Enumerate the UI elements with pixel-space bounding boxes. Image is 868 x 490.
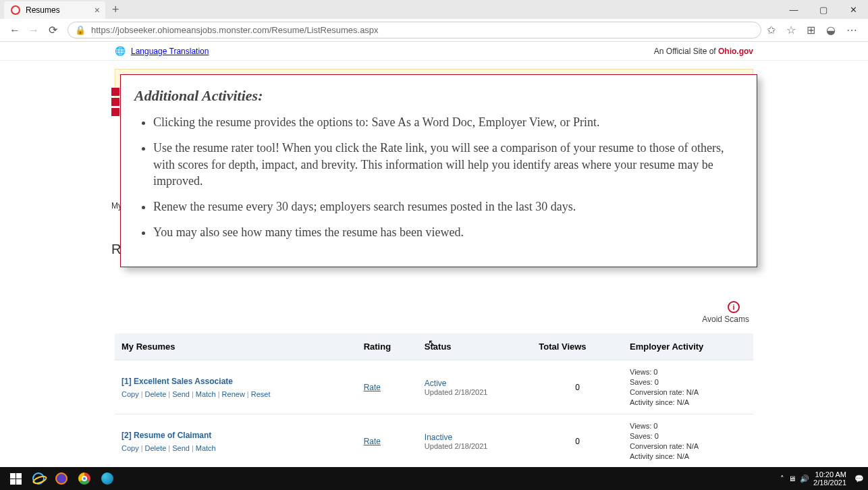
avoid-scams-link[interactable]: Avoid Scams: [702, 315, 749, 324]
collections-icon[interactable]: ⊞: [807, 24, 815, 36]
url-text: https://jobseeker.ohiomeansjobs.monster.…: [91, 25, 379, 35]
firefox-taskbar-icon[interactable]: [50, 468, 73, 489]
window-controls: — ▢ ✕: [779, 0, 868, 19]
maximize-button[interactable]: ▢: [809, 0, 838, 19]
avoid-scams-area: i Avoid Scams: [115, 301, 753, 324]
ie-taskbar-icon[interactable]: [27, 468, 50, 489]
resume-action-delete[interactable]: Delete: [145, 390, 167, 398]
taskbar-clock[interactable]: 10:20 AM 2/18/2021: [813, 470, 850, 487]
resume-status[interactable]: Inactive: [425, 433, 525, 442]
resume-action-copy[interactable]: Copy: [121, 390, 139, 398]
logo-fragment: [111, 88, 119, 118]
official-site-prefix: An Official Site of: [654, 47, 718, 56]
new-tab-button[interactable]: +: [112, 3, 119, 17]
resume-title-link[interactable]: [2] Resume of Claimant: [121, 431, 350, 440]
overlay-title: Additional Activities:: [134, 87, 743, 105]
overlay-bullet: Renew the resume every 30 days; employer…: [153, 198, 743, 215]
tab-close-button[interactable]: ×: [94, 5, 100, 16]
more-menu-icon[interactable]: ⋯: [846, 24, 857, 36]
resume-action-links: Copy|Delete|Send|Match: [121, 444, 350, 452]
url-input[interactable]: 🔒 https://jobseeker.ohiomeansjobs.monste…: [67, 22, 761, 38]
col-my-resumes: My Resumes: [115, 333, 357, 360]
browser-tab[interactable]: Resumes ×: [4, 1, 105, 19]
clock-time: 10:20 AM: [813, 470, 846, 479]
table-row: [2] Resume of ClaimantCopy|Delete|Send|M…: [115, 414, 753, 467]
address-bar-row: ← → ⟳ 🔒 https://jobseeker.ohiomeansjobs.…: [0, 19, 868, 42]
info-icon[interactable]: i: [728, 301, 740, 313]
separator: |: [218, 390, 220, 398]
tray-volume-icon[interactable]: 🔊: [800, 474, 809, 483]
reload-button[interactable]: ⟳: [43, 21, 62, 40]
col-employer-activity: Employer Activity: [623, 333, 753, 360]
separator: |: [168, 444, 170, 452]
utility-bar: 🌐 Language Translation An Official Site …: [0, 42, 868, 61]
separator: |: [192, 444, 194, 452]
favorites-icon[interactable]: ☆: [786, 24, 796, 36]
separator: |: [247, 390, 249, 398]
resume-action-send[interactable]: Send: [172, 390, 190, 398]
table-row: [1] Excellent Sales AssociateCopy|Delete…: [115, 360, 753, 414]
rate-link[interactable]: Rate: [364, 437, 381, 446]
ohio-gov-badge[interactable]: An Official Site of Ohio.gov: [654, 47, 753, 56]
tab-title: Resumes: [26, 5, 60, 15]
ohio-gov-brand: Ohio.gov: [718, 47, 753, 56]
browser-tab-strip: Resumes × + — ▢ ✕: [0, 0, 868, 19]
resume-action-send[interactable]: Send: [172, 444, 190, 452]
resume-action-match[interactable]: Match: [196, 390, 216, 398]
system-tray[interactable]: ˄ 🖥 🔊 10:20 AM 2/18/2021 💬: [780, 470, 864, 487]
resume-action-delete[interactable]: Delete: [145, 444, 167, 452]
language-translation-link[interactable]: Language Translation: [131, 47, 209, 56]
edge-taskbar-icon[interactable]: [96, 468, 119, 489]
reading-list-icon[interactable]: ✩: [767, 24, 776, 36]
col-rating: Rating: [357, 333, 418, 360]
lock-icon: 🔒: [75, 25, 86, 35]
minimize-button[interactable]: —: [779, 0, 809, 19]
overlay-bullet: Clicking the resume provides the options…: [153, 114, 743, 130]
resume-action-copy[interactable]: Copy: [121, 444, 139, 452]
browser-right-icons: ✩ ☆ ⊞ ◒ ⋯: [767, 24, 863, 36]
resume-action-reset[interactable]: Reset: [251, 390, 271, 398]
resume-action-renew[interactable]: Renew: [222, 390, 245, 398]
resume-title-link[interactable]: [1] Excellent Sales Associate: [121, 377, 350, 386]
forward-button[interactable]: →: [24, 21, 43, 40]
globe-icon: 🌐: [115, 46, 126, 56]
tray-network-icon[interactable]: 🖥: [788, 474, 796, 483]
tab-favicon-icon: [11, 5, 20, 15]
chrome-taskbar-icon[interactable]: [73, 468, 96, 489]
overlay-bullet: You may also see how many times the resu…: [153, 224, 743, 240]
col-status: Status: [418, 333, 532, 360]
resume-status[interactable]: Active: [425, 379, 525, 388]
profile-icon[interactable]: ◒: [826, 24, 836, 36]
separator: |: [168, 390, 170, 398]
employer-activity-block: Views: 0Saves: 0Conversion rate: N/AActi…: [630, 367, 747, 407]
resume-action-match[interactable]: Match: [196, 444, 216, 452]
employer-activity-block: Views: 0Saves: 0Conversion rate: N/AActi…: [630, 421, 747, 461]
overlay-bullet: Use the resume rater tool! When you clic…: [153, 140, 743, 189]
additional-activities-overlay: Additional Activities: Clicking the resu…: [120, 74, 757, 267]
resume-table: My Resumes Rating Status Total Views Emp…: [115, 333, 753, 467]
windows-taskbar: ˄ 🖥 🔊 10:20 AM 2/18/2021 💬: [0, 467, 868, 490]
resume-action-links: Copy|Delete|Send|Match|Renew|Reset: [121, 390, 350, 398]
separator: |: [141, 390, 143, 398]
clock-date: 2/18/2021: [813, 479, 846, 487]
total-views-value: 0: [532, 414, 623, 467]
start-button[interactable]: [4, 468, 27, 489]
separator: |: [192, 390, 194, 398]
col-total-views: Total Views: [532, 333, 623, 360]
tray-chevron-icon[interactable]: ˄: [780, 474, 784, 483]
rate-link[interactable]: Rate: [364, 383, 381, 392]
back-button[interactable]: ←: [5, 21, 24, 40]
separator: |: [141, 444, 143, 452]
resume-updated: Updated 2/18/2021: [425, 388, 525, 396]
notification-center-icon[interactable]: 💬: [855, 474, 864, 483]
resume-updated: Updated 2/18/2021: [425, 442, 525, 450]
close-window-button[interactable]: ✕: [838, 0, 868, 19]
total-views-value: 0: [532, 360, 623, 414]
